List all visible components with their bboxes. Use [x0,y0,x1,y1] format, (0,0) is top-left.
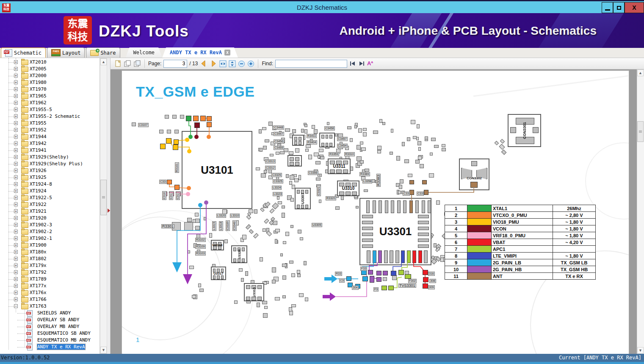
tree-item-XT1924-8[interactable]: +XT1924-8 [0,181,100,188]
tree-item-ESQUEMATICO-SB-ANDY[interactable]: ESQUEMATICO SB ANDY [0,330,100,337]
expander-icon[interactable]: + [14,114,18,118]
expander-icon[interactable]: + [14,223,18,227]
expander-icon[interactable]: + [14,81,18,84]
expander-icon[interactable]: + [14,209,18,213]
tree-scroll-thumb[interactable] [100,180,107,215]
expander-icon[interactable]: + [14,297,18,301]
expander-icon[interactable]: + [14,155,18,159]
expander-icon[interactable]: + [14,101,18,105]
expander-icon[interactable]: + [14,74,18,78]
expander-icon[interactable]: + [14,284,18,288]
tree-item-XT2000[interactable]: +XT2000 [0,72,100,79]
zoom-out-icon[interactable] [238,60,245,67]
fit-page-icon[interactable] [229,60,236,67]
tree-item-XT1980[interactable]: +XT1980 [0,79,100,86]
splitter-collapse-icon[interactable] [108,208,110,213]
expander-icon[interactable]: + [14,121,18,125]
expander-icon[interactable]: + [14,236,18,240]
viewer-scrollbar[interactable]: ▲ ▼ [637,69,644,354]
tree-item-XT177x[interactable]: +XT177x [0,283,100,289]
expander-icon[interactable]: + [14,94,18,98]
single-page-icon[interactable] [114,60,122,67]
expander-icon[interactable]: + [14,243,18,247]
tree-item-XT2010[interactable]: +XT2010 [0,59,100,66]
tree-scroll-down-icon[interactable]: ▼ [100,347,107,353]
tree-item-XT1929(Shelby-Plus)[interactable]: +XT1929(Shelby Plus) [0,161,100,167]
tree-item-XT1965[interactable]: +XT1965 [0,93,100,100]
tree-item-XT1942[interactable]: +XT1942 [0,140,100,147]
tree-item-XT1924[interactable]: +XT1924 [0,188,100,195]
page-number-input[interactable] [163,60,187,68]
viewer-scroll-thumb[interactable] [637,121,644,142]
expander-icon[interactable]: + [14,169,18,172]
doc-tab-welcome[interactable]: Welcome [126,47,163,58]
tree-item-XT1922-5[interactable]: +XT1922-5 [0,195,100,201]
previous-page-icon[interactable] [200,60,207,67]
tree-item-XT1955-5[interactable]: +XT1955-5 [0,106,100,113]
tree-item-XT1900[interactable]: +XT1900 [0,242,100,249]
tab-share[interactable]: Share [86,47,120,58]
close-tab-icon[interactable]: x [224,50,230,56]
tree-item-XT1902-2[interactable]: +XT1902-2 [0,228,100,235]
expander-icon[interactable]: + [14,148,18,152]
doc-tab-andy-tx-e-rx-reva[interactable]: ANDY TX e RX RevAx [162,47,238,58]
expander-icon[interactable]: + [14,250,18,254]
minimize-button[interactable] [602,2,613,13]
text-size-icon[interactable]: Aa [367,60,373,67]
tree-item-XT1802[interactable]: +XT1802 [0,256,100,262]
tree-item-XT179x[interactable]: +XT179x [0,262,100,269]
fit-width-icon[interactable] [219,60,227,67]
expander-icon[interactable]: + [14,196,18,200]
tree-scroll-up-icon[interactable]: ▲ [100,58,107,65]
expander-icon[interactable]: + [14,270,18,274]
expander-icon[interactable]: + [14,203,18,206]
tree-item-XT1902-3[interactable]: +XT1902-3 [0,222,100,228]
tree-item-XT1955-2-Schematic[interactable]: +XT1955-2 Schematic [0,113,100,120]
copy-page-alt-icon[interactable] [133,60,141,67]
tree-item-XT1921[interactable]: +XT1921 [0,208,100,215]
tree-item-XT1763[interactable]: −XT1763 [0,303,100,310]
tree-item-XT1922[interactable]: +XT1922 [0,201,100,208]
expander-icon[interactable]: + [14,67,18,71]
tree-item-XT1962[interactable]: +XT1962 [0,100,100,106]
tree-item-XT2005[interactable]: +XT2005 [0,66,100,72]
expander-icon[interactable]: − [14,304,18,308]
tree-item-XT1792[interactable]: +XT1792 [0,269,100,276]
expander-icon[interactable]: + [14,135,18,139]
expander-icon[interactable]: + [14,142,18,145]
expander-icon[interactable]: + [14,189,18,193]
expander-icon[interactable]: + [14,128,18,132]
tree-item-OVERLAY-SB-ANDY[interactable]: OVERLAY SB ANDY [0,317,100,323]
tree-item-XT1926[interactable]: +XT1926 [0,167,100,174]
expander-icon[interactable]: + [14,291,18,295]
tree-item-XT1766[interactable]: +XT1766 [0,296,100,303]
tree-item-XT1970[interactable]: +XT1970 [0,86,100,93]
expander-icon[interactable]: + [14,108,18,111]
expander-icon[interactable]: + [14,87,18,91]
expander-icon[interactable]: + [14,257,18,261]
tree-item-ANDY-TX-e-RX-RevA[interactable]: ANDY TX e RX RevA [0,344,100,350]
find-previous-icon[interactable] [349,61,356,67]
sidebar-splitter[interactable] [107,58,111,354]
tree-item-SHIELDS-ANDY[interactable]: SHIELDS ANDY [0,310,100,317]
viewer-scroll-down-icon[interactable]: ▼ [637,347,644,354]
tree-item-XT1955[interactable]: +XT1955 [0,120,100,127]
expander-icon[interactable]: + [14,216,18,220]
find-input[interactable] [275,60,347,68]
tree-item-XT1941[interactable]: +XT1941 [0,147,100,154]
tree-item-XT1944[interactable]: +XT1944 [0,133,100,140]
expander-icon[interactable]: + [14,60,18,64]
close-button[interactable]: X [625,2,644,13]
expander-icon[interactable]: + [14,277,18,281]
tree-item-XT1929(Shelby)[interactable]: +XT1929(Shelby) [0,154,100,161]
maximize-button[interactable] [613,2,625,13]
tab-schematic[interactable]: Schematic [1,47,46,58]
zoom-in-icon[interactable] [247,60,254,67]
expander-icon[interactable]: + [14,162,18,166]
tree-item-XT1789[interactable]: +XT1789 [0,276,100,283]
tree-item-XT1952[interactable]: +XT1952 [0,127,100,133]
tree-item-XT1925[interactable]: +XT1925 [0,174,100,181]
copy-page-icon[interactable] [124,60,131,67]
tree-scrollbar[interactable]: ▲ ▼ [100,58,107,354]
next-page-icon[interactable] [210,60,217,67]
